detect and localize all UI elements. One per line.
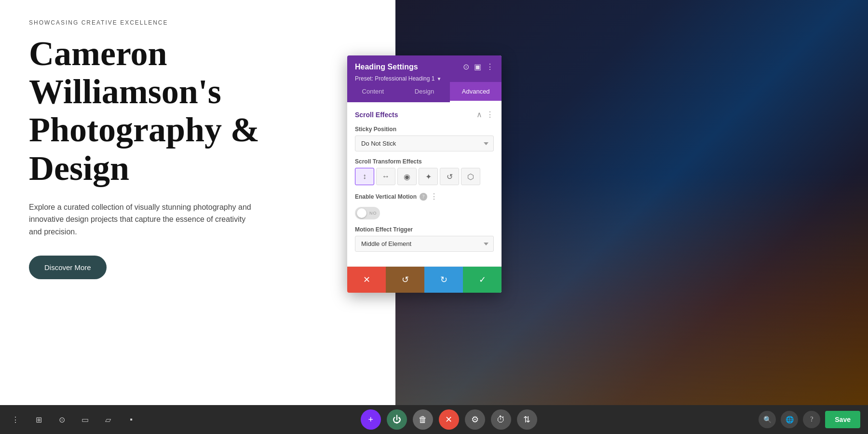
enable-vertical-motion-row: Enable Vertical Motion ? ⋮ xyxy=(355,192,494,201)
panel-header-icons: ⊙ ▣ ⋮ xyxy=(463,62,494,71)
collapse-icon[interactable]: ∧ xyxy=(476,110,482,119)
toolbar-menu-icon[interactable]: ⋮ xyxy=(8,412,23,427)
sticky-position-label: Sticky Position xyxy=(355,126,494,133)
panel-body: Scroll Effects ∧ ⋮ Sticky Position Do No… xyxy=(347,102,502,266)
transform-scale-btn[interactable]: ⬡ xyxy=(461,168,480,185)
global-icon[interactable]: 🌐 xyxy=(781,411,798,428)
panel-title-row: Heading Settings ⊙ ▣ ⋮ xyxy=(355,62,494,71)
scroll-effects-section-header: Scroll Effects ∧ ⋮ xyxy=(355,110,494,119)
toolbar-left: ⋮ ⊞ ⊙ ▭ ▱ ▪ xyxy=(8,412,139,427)
transform-blur-btn[interactable]: ✦ xyxy=(419,168,438,185)
transform-vertical-btn[interactable]: ↕ xyxy=(355,168,374,185)
toggle-knob xyxy=(357,208,366,218)
vertical-motion-more-icon[interactable]: ⋮ xyxy=(430,192,438,201)
toolbar-search-icon[interactable]: ⊙ xyxy=(54,412,69,427)
panel-layout-icon[interactable]: ▣ xyxy=(474,62,481,71)
tab-content[interactable]: Content xyxy=(347,82,399,102)
panel-tabs: Content Design Advanced xyxy=(347,82,502,102)
toggle-no-text: NO xyxy=(369,211,377,216)
sticky-position-select[interactable]: Do Not Stick Top of Page Bottom of Page xyxy=(355,136,494,151)
toolbar-mobile-icon[interactable]: ▪ xyxy=(123,412,139,427)
transform-rotate-btn[interactable]: ↺ xyxy=(440,168,459,185)
left-content-area: SHOWCASING CREATIVE EXCELLENCE Cameron W… xyxy=(0,0,395,434)
tab-design[interactable]: Design xyxy=(399,82,450,102)
panel-actions: ✕ ↺ ↻ ✓ xyxy=(347,266,502,293)
panel-more-icon[interactable]: ⋮ xyxy=(486,62,494,71)
vertical-motion-label: Enable Vertical Motion xyxy=(355,193,417,200)
motion-trigger-label: Motion Effect Trigger xyxy=(355,226,494,233)
section-header-icons: ∧ ⋮ xyxy=(476,110,494,119)
toolbar-tablet-icon[interactable]: ▱ xyxy=(100,412,116,427)
panel-title: Heading Settings xyxy=(355,63,418,71)
panel-preset-row[interactable]: Preset: Professional Heading 1 ▼ xyxy=(355,75,494,82)
transform-button[interactable]: ⇅ xyxy=(517,409,537,430)
toolbar-grid-icon[interactable]: ⊞ xyxy=(31,412,46,427)
section-more-icon[interactable]: ⋮ xyxy=(486,110,494,119)
close-button[interactable]: ✕ xyxy=(439,409,459,430)
motion-trigger-field: Motion Effect Trigger Middle of Element … xyxy=(355,226,494,258)
help-toolbar-icon[interactable]: ? xyxy=(803,411,820,428)
page-heading: Cameron Williamson's Photography & Desig… xyxy=(29,35,366,188)
confirm-button[interactable]: ✓ xyxy=(463,267,502,293)
panel-preset-arrow: ▼ xyxy=(436,76,441,81)
settings-button[interactable]: ⚙ xyxy=(465,409,485,430)
vertical-motion-toggle[interactable]: NO xyxy=(355,207,380,219)
help-icon[interactable]: ? xyxy=(420,193,427,201)
toggle-label-row: Enable Vertical Motion ? ⋮ xyxy=(355,192,438,201)
toolbar-desktop-icon[interactable]: ▭ xyxy=(77,412,93,427)
power-button[interactable]: ⏻ xyxy=(387,409,407,430)
bottom-toolbar: ⋮ ⊞ ⊙ ▭ ▱ ▪ + ⏻ 🗑 ✕ ⚙ ⏱ ⇅ 🔍 🌐 ? Save xyxy=(0,405,868,434)
tab-advanced[interactable]: Advanced xyxy=(450,82,502,102)
save-button[interactable]: Save xyxy=(825,411,860,428)
transform-icons-row: ↕ ↔ ◉ ✦ ↺ ⬡ xyxy=(355,168,494,185)
panel-header: Heading Settings ⊙ ▣ ⋮ Preset: Professio… xyxy=(347,55,502,82)
transform-horizontal-btn[interactable]: ↔ xyxy=(376,168,395,185)
history-button[interactable]: ⏱ xyxy=(491,409,511,430)
page-description: Explore a curated collection of visually… xyxy=(29,201,260,238)
toolbar-right: 🔍 🌐 ? Save xyxy=(759,411,860,428)
panel-preset-text: Preset: Professional Heading 1 xyxy=(355,75,434,82)
redo-button[interactable]: ↻ xyxy=(424,267,463,293)
add-element-button[interactable]: + xyxy=(361,409,381,430)
delete-button[interactable]: 🗑 xyxy=(413,409,433,430)
toolbar-center: + ⏻ 🗑 ✕ ⚙ ⏱ ⇅ xyxy=(361,409,537,430)
cancel-button[interactable]: ✕ xyxy=(347,267,386,293)
discover-more-button[interactable]: Discover More xyxy=(29,256,107,279)
scroll-effects-title: Scroll Effects xyxy=(355,111,398,119)
motion-trigger-select[interactable]: Middle of Element Top of Element Bottom … xyxy=(355,236,494,252)
panel-responsive-icon[interactable]: ⊙ xyxy=(463,62,469,71)
transform-opacity-btn[interactable]: ◉ xyxy=(397,168,417,185)
page-subtitle: SHOWCASING CREATIVE EXCELLENCE xyxy=(29,19,366,26)
settings-panel: Heading Settings ⊙ ▣ ⋮ Preset: Professio… xyxy=(347,55,502,293)
scroll-transform-label: Scroll Transform Effects xyxy=(355,158,494,165)
reset-button[interactable]: ↺ xyxy=(386,267,424,293)
search-toolbar-icon[interactable]: 🔍 xyxy=(759,411,776,428)
